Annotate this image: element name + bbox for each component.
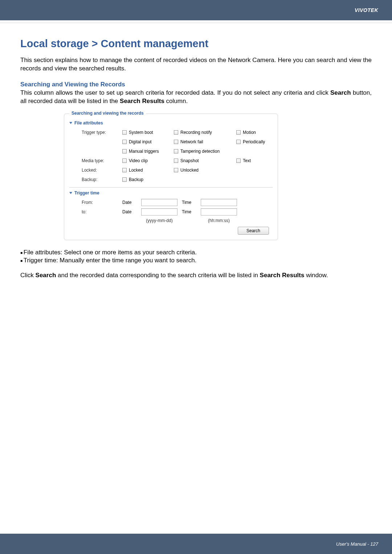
trigger-time-label: Trigger time (74, 190, 99, 196)
label-network-fail: Network fail (180, 139, 203, 144)
backup-label: Backup: (82, 177, 118, 182)
page-content: Local storage > Content management This … (0, 23, 392, 280)
checkbox-recording-notify[interactable] (174, 130, 178, 135)
to-date-input[interactable] (141, 208, 177, 216)
checkbox-text[interactable] (236, 159, 241, 163)
date-format-hint: (yyyy-mm-dd) (141, 218, 177, 223)
label-recording-notify: Recording notify (180, 130, 212, 135)
label-snapshot: Snapshot (180, 158, 199, 163)
panel-legend: Searching and viewing the records (69, 111, 146, 116)
checkbox-tampering[interactable] (174, 149, 178, 153)
label-digital-input: Digital input (129, 139, 152, 144)
backup-row: Backup: Backup (69, 175, 273, 184)
divider (69, 187, 273, 188)
brand-label: VIVOTEK (355, 7, 378, 13)
trigger-time-header[interactable]: Trigger time (69, 190, 273, 196)
from-time-input[interactable] (201, 199, 237, 206)
to-time-input[interactable] (201, 208, 237, 216)
to-label: to: (82, 209, 118, 214)
from-date-label: Date (122, 200, 137, 205)
media-type-label: Media type: (82, 158, 118, 163)
trigger-type-label: Trigger type: (82, 130, 118, 135)
file-attributes-header[interactable]: File attributes (69, 120, 273, 126)
search-records-panel: Searching and viewing the records File a… (64, 114, 278, 240)
checkbox-video-clip[interactable] (122, 159, 127, 163)
footer-bar: User's Manual - 127 (0, 534, 392, 554)
checkbox-network-fail[interactable] (174, 140, 178, 144)
desc-post: column. (164, 98, 188, 104)
search-button-row: Search (69, 227, 273, 235)
label-locked: Locked (129, 168, 143, 173)
label-text: Text (243, 158, 251, 163)
checkbox-digital-input[interactable] (122, 140, 127, 144)
locked-row: Locked: Locked Unlocked (69, 165, 273, 175)
closing-bold-search: Search (36, 272, 56, 279)
desc-bold-results: Search Results (120, 98, 164, 104)
from-label: From: (82, 200, 118, 205)
checkbox-manual-triggers[interactable] (122, 149, 127, 153)
checkbox-system-boot[interactable] (122, 130, 127, 135)
label-video-clip: Video clip (129, 158, 148, 163)
from-row: From: Date Time (69, 198, 273, 207)
label-motion: Motion (243, 130, 256, 135)
from-time-label: Time (182, 200, 196, 205)
locked-label: Locked: (82, 168, 118, 173)
checkbox-locked[interactable] (122, 168, 127, 172)
checkbox-periodically[interactable] (236, 140, 241, 144)
checkbox-unlocked[interactable] (174, 168, 178, 172)
to-date-label: Date (122, 209, 137, 214)
page-title: Local storage > Content management (20, 38, 372, 50)
closing-post: window. (304, 272, 328, 279)
checkbox-snapshot[interactable] (174, 159, 178, 163)
trigger-type-row-3: Manual triggers Tampering detection (69, 147, 273, 156)
label-periodically: Periodically (243, 139, 265, 144)
footer-page-label: User's Manual - 127 (336, 541, 378, 547)
search-records-heading: Searching and Viewing the Records (20, 81, 372, 88)
checkbox-motion[interactable] (236, 130, 241, 135)
header-bar: VIVOTEK (0, 0, 392, 20)
label-backup: Backup (129, 177, 143, 182)
media-type-row: Media type: Video clip Snapshot Text (69, 156, 273, 165)
file-attributes-label: File attributes (74, 120, 103, 126)
closing-bold-results: Search Results (260, 272, 305, 279)
format-hints-row: (yyyy-mm-dd) (hh:mm:ss) (69, 217, 273, 225)
trigger-type-row-2: Digital input Network fail Periodically (69, 137, 273, 147)
bullet-file-attributes: File attributes: Select one or more item… (20, 249, 372, 256)
time-format-hint: (hh:mm:ss) (201, 218, 237, 223)
bullet-trigger-time: Trigger time: Manually enter the time ra… (20, 257, 372, 264)
desc-bold-search: Search (330, 89, 351, 96)
trigger-type-row-1: Trigger type: System boot Recording noti… (69, 128, 273, 137)
search-records-desc: This column allows the user to set up se… (20, 89, 372, 106)
chevron-down-icon (69, 192, 72, 194)
label-system-boot: System boot (129, 130, 153, 135)
checkbox-backup[interactable] (122, 177, 127, 182)
from-date-input[interactable] (141, 199, 177, 206)
label-tampering: Tampering detection (180, 149, 220, 154)
closing-pre: Click (20, 272, 36, 279)
closing-paragraph: Click Search and the recorded data corre… (20, 271, 372, 280)
label-manual-triggers: Manual triggers (129, 149, 159, 154)
chevron-down-icon (69, 122, 72, 124)
to-row: to: Date Time (69, 207, 273, 217)
bullet-list: File attributes: Select one or more item… (20, 249, 372, 264)
closing-mid: and the recorded data corresponding to t… (56, 272, 260, 279)
to-time-label: Time (182, 209, 196, 214)
label-unlocked: Unlocked (180, 168, 199, 173)
intro-paragraph: This section explains how to manage the … (20, 56, 372, 73)
desc-pre: This column allows the user to set up se… (20, 89, 330, 96)
search-button[interactable]: Search (238, 227, 269, 235)
